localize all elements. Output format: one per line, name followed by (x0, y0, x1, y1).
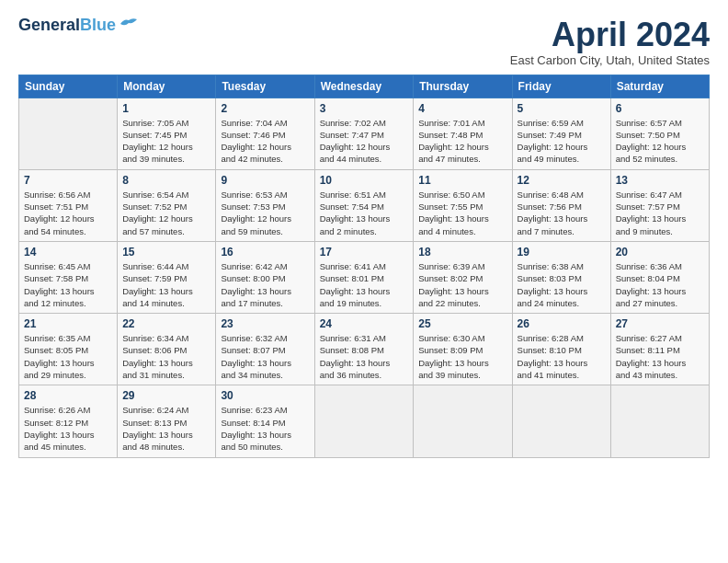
calendar-cell: 2Sunrise: 7:04 AMSunset: 7:46 PMDaylight… (216, 98, 314, 169)
calendar-cell: 5Sunrise: 6:59 AMSunset: 7:49 PMDaylight… (512, 98, 610, 169)
day-info: Sunrise: 6:34 AMSunset: 8:06 PMDaylight:… (122, 332, 210, 381)
col-thursday: Thursday (414, 75, 512, 98)
day-info: Sunrise: 6:32 AMSunset: 8:07 PMDaylight:… (221, 332, 309, 381)
day-number: 29 (122, 389, 210, 402)
calendar-cell: 7Sunrise: 6:56 AMSunset: 7:51 PMDaylight… (19, 169, 118, 241)
col-friday: Friday (512, 75, 610, 98)
page: GeneralBlue April 2024 East Carbon City,… (0, 0, 728, 563)
day-number: 6 (616, 102, 704, 115)
month-title: April 2024 (510, 17, 710, 53)
day-number: 10 (320, 174, 409, 187)
day-number: 22 (122, 317, 210, 330)
calendar-cell: 30Sunrise: 6:23 AMSunset: 8:14 PMDayligh… (216, 385, 314, 457)
day-info: Sunrise: 6:51 AMSunset: 7:54 PMDaylight:… (320, 189, 409, 237)
day-number: 23 (221, 317, 309, 330)
calendar-cell: 29Sunrise: 6:24 AMSunset: 8:13 PMDayligh… (118, 385, 216, 457)
calendar-cell: 25Sunrise: 6:30 AMSunset: 8:09 PMDayligh… (414, 314, 512, 385)
day-info: Sunrise: 6:45 AMSunset: 7:58 PMDaylight:… (24, 260, 112, 309)
calendar-cell: 1Sunrise: 7:05 AMSunset: 7:45 PMDaylight… (118, 98, 216, 169)
day-info: Sunrise: 6:35 AMSunset: 8:05 PMDaylight:… (24, 332, 112, 381)
day-info: Sunrise: 6:50 AMSunset: 7:55 PMDaylight:… (418, 189, 506, 237)
col-saturday: Saturday (610, 75, 709, 98)
calendar-week-row: 28Sunrise: 6:26 AMSunset: 8:12 PMDayligh… (19, 385, 710, 457)
day-number: 4 (418, 102, 506, 115)
calendar-cell: 18Sunrise: 6:39 AMSunset: 8:02 PMDayligh… (414, 241, 512, 313)
calendar-cell: 10Sunrise: 6:51 AMSunset: 7:54 PMDayligh… (314, 169, 414, 241)
day-info: Sunrise: 6:42 AMSunset: 8:00 PMDaylight:… (221, 260, 309, 309)
calendar-table: Sunday Monday Tuesday Wednesday Thursday… (18, 75, 710, 458)
subtitle: East Carbon City, Utah, United States (510, 53, 710, 67)
calendar-cell: 14Sunrise: 6:45 AMSunset: 7:58 PMDayligh… (19, 241, 118, 313)
col-wednesday: Wednesday (314, 75, 414, 98)
calendar-cell: 8Sunrise: 6:54 AMSunset: 7:52 PMDaylight… (118, 169, 216, 241)
day-info: Sunrise: 6:53 AMSunset: 7:53 PMDaylight:… (221, 189, 309, 237)
calendar-week-row: 7Sunrise: 6:56 AMSunset: 7:51 PMDaylight… (19, 169, 710, 241)
day-number: 16 (221, 246, 309, 259)
day-number: 12 (518, 174, 606, 187)
calendar-cell: 4Sunrise: 7:01 AMSunset: 7:48 PMDaylight… (414, 98, 512, 169)
calendar-cell: 28Sunrise: 6:26 AMSunset: 8:12 PMDayligh… (19, 385, 118, 457)
day-number: 21 (24, 317, 112, 330)
day-info: Sunrise: 6:30 AMSunset: 8:09 PMDaylight:… (418, 332, 506, 381)
col-monday: Monday (118, 75, 216, 98)
day-info: Sunrise: 6:26 AMSunset: 8:12 PMDaylight:… (24, 404, 112, 453)
title-block: April 2024 East Carbon City, Utah, Unite… (510, 17, 710, 67)
day-info: Sunrise: 6:59 AMSunset: 7:49 PMDaylight:… (518, 117, 606, 166)
day-number: 24 (320, 317, 409, 330)
day-info: Sunrise: 6:24 AMSunset: 8:13 PMDaylight:… (122, 404, 210, 453)
calendar-cell: 27Sunrise: 6:27 AMSunset: 8:11 PMDayligh… (610, 314, 709, 385)
day-info: Sunrise: 6:57 AMSunset: 7:50 PMDaylight:… (616, 117, 704, 166)
col-sunday: Sunday (19, 75, 118, 98)
day-info: Sunrise: 6:27 AMSunset: 8:11 PMDaylight:… (616, 332, 704, 381)
calendar-week-row: 1Sunrise: 7:05 AMSunset: 7:45 PMDaylight… (19, 98, 710, 169)
day-number: 3 (320, 102, 409, 115)
calendar-cell: 24Sunrise: 6:31 AMSunset: 8:08 PMDayligh… (314, 314, 414, 385)
calendar-cell: 13Sunrise: 6:47 AMSunset: 7:57 PMDayligh… (610, 169, 709, 241)
day-number: 25 (418, 317, 506, 330)
day-number: 18 (418, 246, 506, 259)
calendar-cell: 26Sunrise: 6:28 AMSunset: 8:10 PMDayligh… (512, 314, 610, 385)
calendar-cell (19, 98, 118, 169)
day-info: Sunrise: 6:47 AMSunset: 7:57 PMDaylight:… (616, 189, 704, 237)
day-number: 19 (518, 246, 606, 259)
calendar-cell (610, 385, 709, 457)
calendar-cell: 23Sunrise: 6:32 AMSunset: 8:07 PMDayligh… (216, 314, 314, 385)
day-number: 13 (616, 174, 704, 187)
day-info: Sunrise: 6:36 AMSunset: 8:04 PMDaylight:… (616, 260, 704, 309)
calendar-cell: 22Sunrise: 6:34 AMSunset: 8:06 PMDayligh… (118, 314, 216, 385)
calendar-cell: 15Sunrise: 6:44 AMSunset: 7:59 PMDayligh… (118, 241, 216, 313)
day-info: Sunrise: 6:54 AMSunset: 7:52 PMDaylight:… (122, 189, 210, 237)
day-info: Sunrise: 6:56 AMSunset: 7:51 PMDaylight:… (24, 189, 112, 237)
calendar-cell (314, 385, 414, 457)
day-number: 8 (122, 174, 210, 187)
calendar-cell: 6Sunrise: 6:57 AMSunset: 7:50 PMDaylight… (610, 98, 709, 169)
calendar-cell: 11Sunrise: 6:50 AMSunset: 7:55 PMDayligh… (414, 169, 512, 241)
calendar-cell: 20Sunrise: 6:36 AMSunset: 8:04 PMDayligh… (610, 241, 709, 313)
calendar-cell: 12Sunrise: 6:48 AMSunset: 7:56 PMDayligh… (512, 169, 610, 241)
day-info: Sunrise: 6:23 AMSunset: 8:14 PMDaylight:… (221, 404, 309, 453)
day-number: 15 (122, 246, 210, 259)
day-number: 11 (418, 174, 506, 187)
calendar-cell (414, 385, 512, 457)
day-info: Sunrise: 6:44 AMSunset: 7:59 PMDaylight:… (122, 260, 210, 309)
day-number: 7 (24, 174, 112, 187)
day-number: 30 (221, 389, 309, 402)
calendar-cell (512, 385, 610, 457)
day-number: 26 (518, 317, 606, 330)
day-number: 9 (221, 174, 309, 187)
calendar-cell: 21Sunrise: 6:35 AMSunset: 8:05 PMDayligh… (19, 314, 118, 385)
day-number: 14 (24, 246, 112, 259)
logo-text: GeneralBlue (18, 17, 116, 35)
day-info: Sunrise: 7:05 AMSunset: 7:45 PMDaylight:… (122, 117, 210, 166)
calendar-week-row: 21Sunrise: 6:35 AMSunset: 8:05 PMDayligh… (19, 314, 710, 385)
day-info: Sunrise: 6:31 AMSunset: 8:08 PMDaylight:… (320, 332, 409, 381)
day-number: 28 (24, 389, 112, 402)
col-tuesday: Tuesday (216, 75, 314, 98)
day-info: Sunrise: 6:48 AMSunset: 7:56 PMDaylight:… (518, 189, 606, 237)
logo-bird-icon (119, 17, 139, 31)
calendar-cell: 16Sunrise: 6:42 AMSunset: 8:00 PMDayligh… (216, 241, 314, 313)
header: GeneralBlue April 2024 East Carbon City,… (18, 17, 710, 67)
day-number: 1 (122, 102, 210, 115)
day-info: Sunrise: 7:02 AMSunset: 7:47 PMDaylight:… (320, 117, 409, 166)
day-number: 5 (518, 102, 606, 115)
